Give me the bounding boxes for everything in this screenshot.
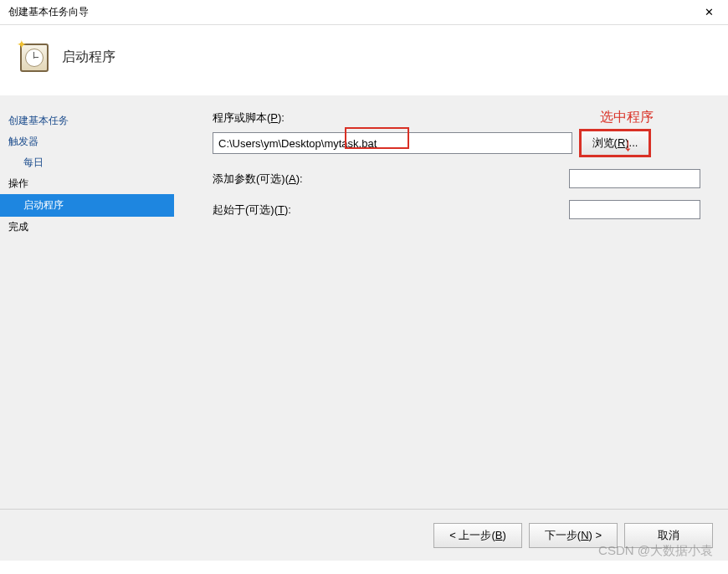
startin-input[interactable] (569, 200, 700, 219)
wizard-sidebar: 创建基本任务 触发器 每日 操作 启动程序 完成 (0, 95, 174, 509)
back-button[interactable]: < 上一步(B) (433, 523, 522, 548)
cancel-button[interactable]: 取消 (624, 523, 713, 548)
script-input[interactable] (213, 132, 572, 154)
startin-label: 起始于(可选)(T): (213, 202, 313, 218)
sidebar-item-trigger-daily[interactable]: 每日 (0, 152, 174, 173)
sidebar-item-finish: 完成 (0, 217, 174, 238)
sidebar-item-action-start[interactable]: 启动程序 (0, 194, 174, 217)
wizard-footer: < 上一步(B) 下一步(N) > 取消 (0, 509, 728, 561)
args-row: 添加参数(可选)(A): (213, 169, 702, 188)
page-title: 启动程序 (62, 49, 115, 66)
content-area: 创建基本任务 触发器 每日 操作 启动程序 完成 程序或脚本(P): 浏览(R)… (0, 95, 728, 509)
close-icon: ✕ (705, 6, 714, 18)
browse-button[interactable]: 浏览(R)... (581, 131, 649, 156)
annotation-select-program: 选中程序 (600, 109, 654, 126)
args-label: 添加参数(可选)(A): (213, 172, 313, 187)
args-input[interactable] (569, 169, 700, 188)
next-button[interactable]: 下一步(N) > (529, 523, 618, 548)
window-title: 创建基本任务向导 (8, 5, 89, 19)
close-button[interactable]: ✕ (690, 0, 728, 25)
sidebar-item-create-task[interactable]: 创建基本任务 (0, 110, 174, 131)
wizard-header: ✦ 启动程序 (0, 25, 728, 95)
annotation-arrow-icon: ↓ (623, 134, 633, 156)
sidebar-item-action: 操作 (0, 173, 174, 194)
startin-row: 起始于(可选)(T): (213, 200, 702, 219)
main-panel: 程序或脚本(P): 浏览(R)... 添加参数(可选)(A): 起始于(可选)(… (174, 95, 728, 509)
titlebar: 创建基本任务向导 ✕ (0, 0, 728, 25)
task-scheduler-icon: ✦ (17, 40, 50, 74)
sidebar-item-trigger[interactable]: 触发器 (0, 131, 174, 152)
